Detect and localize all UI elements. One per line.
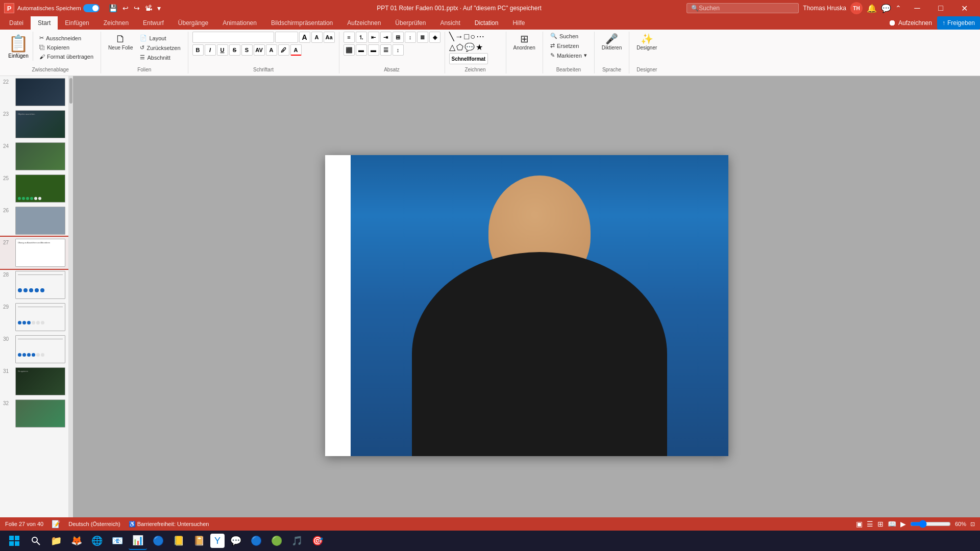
slide-item[interactable]: 22 [0, 76, 68, 108]
col-button[interactable]: ⊞ [393, 32, 404, 43]
neue-folie-button[interactable]: 🗋 Neue Folie [105, 32, 136, 53]
char-spacing-button[interactable]: AV [254, 44, 265, 56]
fit-button[interactable]: ⊡ [970, 521, 975, 528]
strikethrough-button[interactable]: S [229, 44, 240, 56]
abschnitt-button[interactable]: ☰ Abschnitt [137, 53, 183, 62]
shape-star[interactable]: ★ [476, 42, 483, 52]
view-present-icon[interactable]: ▶ [900, 520, 906, 528]
diktieren-button[interactable]: 🎤 Diktieren [599, 32, 625, 53]
taskbar-firefox[interactable]: 🦊 [67, 532, 86, 550]
slide-item[interactable]: 24 [0, 140, 68, 172]
font-color-button[interactable]: A [266, 44, 277, 56]
justify-button[interactable]: ☰ [380, 44, 391, 56]
tab-zeichnen[interactable]: Zeichnen [96, 16, 136, 30]
taskbar-app4[interactable]: 🎯 [308, 532, 327, 550]
taskbar-search[interactable] [27, 532, 45, 550]
slide-item-active[interactable]: 27 Übung zu Ausrichten und Anordnen [0, 237, 68, 269]
taskbar-word[interactable]: 🔵 [149, 532, 167, 550]
tab-hilfe[interactable]: Hilfe [505, 16, 532, 30]
ribbon-toggle-icon[interactable]: ⌃ [895, 4, 901, 12]
taskbar-files[interactable]: 📁 [47, 532, 65, 550]
slide-panel-scrollbar[interactable] [69, 76, 73, 535]
smartart-button[interactable]: ◈ [429, 32, 440, 43]
shape-more[interactable]: ⋯ [476, 32, 484, 41]
zurueck-button[interactable]: ↺ Zurücksetzen [137, 43, 183, 52]
font-decrease-button[interactable]: A [311, 32, 323, 43]
tab-dictation[interactable]: Dictation [468, 16, 506, 30]
shape-arrow[interactable]: → [455, 32, 463, 41]
present-button[interactable]: 📽 [143, 3, 154, 13]
bold-button[interactable]: B [192, 44, 204, 56]
slide-item[interactable]: 29 [0, 301, 68, 333]
redo-button[interactable]: ↪ [132, 3, 142, 13]
italic-button[interactable]: I [205, 44, 216, 56]
view-reading-icon[interactable]: 📖 [888, 520, 896, 528]
layout-button[interactable]: 📄 Layout [137, 34, 183, 42]
view-slide-sorter-icon[interactable]: ⊞ [877, 520, 884, 528]
slide-item[interactable]: 26 [0, 205, 68, 237]
shape-line[interactable]: ╲ [449, 32, 454, 41]
underline-button[interactable]: U [217, 44, 228, 56]
minimize-button[interactable]: ─ [905, 0, 929, 16]
view-outline-icon[interactable]: ☰ [867, 520, 873, 528]
notes-icon[interactable]: 📝 [52, 520, 60, 528]
indent-less-button[interactable]: ⇤ [368, 32, 379, 43]
qat-more[interactable]: ▾ [155, 3, 163, 13]
slide-item[interactable]: 25 [0, 172, 68, 205]
slide-area[interactable]: Übung zu Aus [73, 76, 980, 535]
shape-rect[interactable]: □ [464, 32, 470, 41]
taskbar-teams[interactable]: 💬 [227, 532, 245, 550]
shape-tri[interactable]: △ [449, 42, 455, 52]
taskbar-powerpoint[interactable]: 📊 [129, 532, 147, 550]
save-button[interactable]: 💾 [107, 3, 119, 13]
font-increase-button[interactable]: A [299, 32, 310, 43]
shape-oval[interactable]: ○ [470, 32, 475, 41]
tab-einfuegen[interactable]: Einfügen [58, 16, 96, 30]
textalign-button[interactable]: ≣ [417, 32, 428, 43]
taskbar-yammer[interactable]: Y [210, 534, 225, 548]
schnellformat-button[interactable]: Schnellformat [449, 53, 488, 64]
anordnen-button[interactable]: ⊞ Anordnen [510, 32, 538, 53]
shadow-button[interactable]: S [241, 44, 253, 56]
paste-button[interactable]: 📋 Einfügen [4, 32, 33, 61]
font-name-input[interactable] [192, 32, 274, 43]
tab-ansicht[interactable]: Ansicht [433, 16, 467, 30]
text-color-button[interactable]: A [290, 44, 302, 56]
format-button[interactable]: 🖌 Format übertragen [36, 53, 96, 61]
numbers-button[interactable]: ⒈ [356, 32, 367, 43]
tab-bildschirm[interactable]: Bildschirmpräsentation [264, 16, 340, 30]
copy-button[interactable]: ⿻ Kopieren [36, 43, 96, 52]
suchen-button[interactable]: 🔍 Suchen [547, 32, 581, 40]
line-spacing-button[interactable]: ↕ [393, 44, 404, 56]
taskbar-app1[interactable]: 🔵 [247, 532, 265, 550]
slide-item[interactable]: 32 [0, 397, 68, 430]
taskbar-mail[interactable]: 📧 [108, 532, 127, 550]
slide-item[interactable]: 31 Gruppieren [0, 365, 68, 397]
indent-more-button[interactable]: ⇥ [380, 32, 391, 43]
slide-item[interactable]: 23 Objekte ausrichten [0, 108, 68, 140]
autosave-toggle[interactable] [83, 4, 100, 12]
slide-item[interactable]: 30 [0, 333, 68, 365]
zoom-slider[interactable] [910, 520, 951, 528]
maximize-button[interactable]: □ [929, 0, 952, 16]
accessibility-indicator[interactable]: ♿ Barrierefreiheit: Untersuchen [129, 521, 209, 528]
font-size-input[interactable] [275, 32, 298, 43]
cut-button[interactable]: ✂ Ausschneiden [36, 34, 96, 42]
align-center-button[interactable]: ▬ [356, 44, 367, 56]
tab-datei[interactable]: Datei [2, 16, 31, 30]
align-left-button[interactable]: ⬛ [344, 44, 355, 56]
textdir-button[interactable]: ↕ [405, 32, 416, 43]
taskbar-chrome[interactable]: 🌐 [88, 532, 106, 550]
tab-ueberpruefen[interactable]: Überprüfen [388, 16, 433, 30]
taskbar-onenote[interactable]: 📔 [190, 532, 208, 550]
shape-callout[interactable]: 💬 [464, 42, 475, 52]
designer-button[interactable]: ✨ Designer [633, 32, 660, 53]
ersetzen-button[interactable]: ⇄ Ersetzen [547, 41, 582, 50]
language-indicator[interactable]: Deutsch (Österreich) [68, 521, 120, 527]
markieren-button[interactable]: ✎ Markieren ▾ [547, 51, 590, 60]
tab-entwurf[interactable]: Entwurf [136, 16, 171, 30]
taskbar-app2[interactable]: 🟢 [267, 532, 286, 550]
freigeben-button[interactable]: ↑ Freigeben [937, 16, 980, 30]
slide-item[interactable]: 28 [0, 269, 68, 301]
undo-button[interactable]: ↩ [120, 3, 131, 13]
